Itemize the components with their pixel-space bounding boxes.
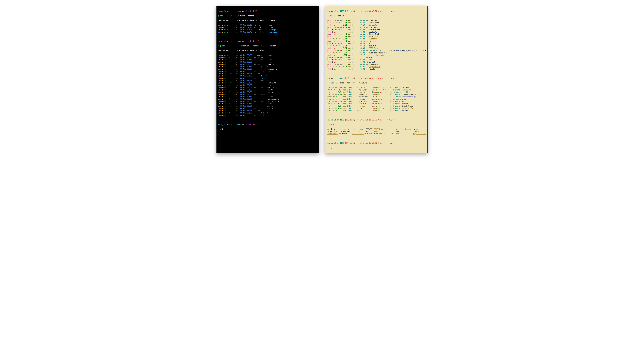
list-row: 0755 drwxr-xr-x - ces 30 Jul 06:34 -- ma…	[326, 43, 426, 45]
list-row: 0644 .rw-r--r-- 1.9k ces 30 Jul 06:34 --…	[326, 36, 426, 38]
simple-row: Cargo.lock completions flake.nix man res…	[326, 130, 426, 133]
tree-row: .rw-r--r-- 770 ces 30 Jul 08:30 -- │ ├──…	[218, 93, 318, 96]
tree-row: .rw-r--r-- 3.1k ces 30 Jul 08:30 -- │ └─…	[218, 107, 318, 110]
grid-row: .rw-r--r-- 10k ces 1 hour Cargo.lock .rw…	[326, 89, 426, 91]
blank	[218, 36, 318, 38]
grid-row: .rw-r--r-- 9.1k ces 1 hour changes.txt .…	[326, 93, 426, 96]
command-line-2[interactable]: • ❯ eza -l --git -T --hyperlink --header…	[218, 45, 318, 47]
prompt-status-4: eza on ⎇ pr-1190 [$?] is 📦 v0.10.1 via 🦀…	[326, 142, 426, 144]
tree-row: .rw-r--r-- 845 ces 30 Jul 08:30 -- ├── e…	[218, 61, 318, 63]
tree-row: .rw-r--r-- 19k ces 30 Jul 08:30 -- ├── d…	[218, 59, 318, 61]
grid-row: .rw-r--r-- 2.6k ces 2 hours Justfile .rw…	[326, 105, 426, 107]
list-row: 0644 .rw-r--r-- 126 ces 30 Jul 06:34 -- …	[326, 52, 426, 54]
list-row: 0644 .rw-r--r-- 117 ces 30 Jul 06:34 -- …	[326, 63, 426, 66]
list-row: 0644 .rw-r--r-- 2.2k ces 30 Jul 07:10 --…	[326, 24, 426, 26]
blank	[326, 137, 426, 140]
tree-row: .rw-r--r-- 731 ces 30 Jul 08:30 -- │ ├──…	[218, 105, 318, 107]
tree-row: .rw-r--r-- 8.5k ces 30 Jul 08:30 -- ├── …	[218, 56, 318, 59]
tree-row: .rw-r--r-- 5.6k ces 30 Jul 08:30 -- │ ├─…	[218, 103, 318, 105]
prompt-status-3: eza on ⎇ pr-1190 [$?] is 📦 v0.10.1 via 🦀…	[326, 119, 426, 121]
cursor	[222, 129, 223, 130]
list-row: 0755 drwxr-xr-x - ces 30 Jul 05:04 -I ta…	[326, 61, 426, 63]
tree-row: .rw-r--r-- 9.5k ces 30 Jul 08:30 -- └── …	[218, 114, 318, 117]
list-row: 0644 .rw-r--r-- 6.1k ces 30 Jul 05:05 --…	[326, 66, 426, 68]
grid-row: drwxr-xr-x - ces 2 hours completions .rw…	[326, 96, 426, 98]
terminal-dark[interactable]: src/git/test-git-repos on ⎇ main [$!?↑] …	[216, 6, 319, 153]
list-row: 0644 .rw-r--r-- 9.9k ces 30 Jul 06:34 --…	[326, 47, 426, 49]
list-row: 0644 .rw-r--r-- 3.7k ces 30 Jul 05:34 --…	[326, 19, 426, 22]
prompt-status-1: eza on ⎇ pr-1190 [$?] is 📦 v0.10.1 via 🦀…	[326, 10, 426, 12]
prompt-line-empty-r[interactable]: • ❯	[326, 147, 426, 149]
cursor	[331, 147, 332, 149]
grid-row: .rw-r--r-- 2.2k ces 1 hour Cargo.toml lr…	[326, 91, 426, 93]
list-row: 0777 lrwxrwxrwx 54 ces 29 Jul 18:36 -- r…	[326, 49, 426, 52]
tree-row: .rw-r--r-- 2.0k ces 30 Jul 08:30 -- ├── …	[218, 66, 318, 68]
terminal-light[interactable]: eza on ⎇ pr-1190 [$?] is 📦 v0.10.1 via 🦀…	[325, 6, 428, 153]
prompt-symbol: ❯	[218, 15, 220, 17]
grid-row: drwxr-xr-x - ces 2 hours man drwxr-xr-x …	[326, 110, 426, 112]
command-line-1[interactable]: ❯ eza -l --git --git-repos --header	[218, 15, 318, 17]
tree-row: .rw-r--r-- 10k ces 30 Jul 08:30 -- ├── g…	[218, 68, 318, 70]
command-line-r1[interactable]: ❯ eza -l --git -o	[326, 15, 426, 17]
blank	[326, 73, 426, 75]
tree-row: .rw-r--r-- 17k ces 30 Jul 08:30 -- ├── i…	[218, 70, 318, 73]
git-status: [$!?↑]	[252, 10, 259, 12]
list-row: 0755 drwxr-xr-x - ces 30 Jul 06:34 -- de…	[326, 31, 426, 33]
blank	[326, 114, 426, 117]
simple-row: Cargo.toml devtools Justfile old.txt rus…	[326, 133, 426, 135]
grid-row: drwxr-xr-x - ces 2 hours devtools drwxr-…	[326, 98, 426, 100]
list-row: 0644 .rw-r--r-- 455k ces 29 Jul 17:17 --…	[326, 54, 426, 56]
listing-r1: 0644 .rw-r--r-- 3.7k ces 30 Jul 05:34 --…	[326, 19, 426, 70]
list-row: 0644 .rw-r--r-- 10k ces 30 Jul 06:40 -- …	[326, 22, 426, 24]
tree-row: .rw-r--r-- 2.1k ces 30 Jul 08:30 -- │ ├─…	[218, 91, 318, 93]
tree-row: .rw-r--r-- 968 ces 30 Jul 08:30 -- ├── l…	[218, 73, 318, 75]
prompt-line-2: src/git/test-git-repos on ⎇ main [$!?↑]	[218, 40, 318, 43]
blank	[218, 119, 318, 121]
tree-row: .rw-r--r-- 17k ces 30 Jul 08:30 -- ├── t…	[218, 110, 318, 112]
prompt-line-3: src/git/test-git-repos on ⎇ main [$!?↑]	[218, 123, 318, 126]
list-row: drwxr-xr-x - ces 30 Jul 09:19 -I - pr-11…	[218, 24, 318, 26]
grid-row: .rw-r--r-- 1.9k ces 2 hours flake.nix dr…	[326, 103, 426, 105]
grid-row: .rw-r--r-- 5.3k ces 2 hours flake.lock d…	[326, 100, 426, 103]
command-line-r2[interactable]: • ❯ eza -l --grid --time-style relative	[326, 82, 426, 84]
branch-icon: ⎇	[245, 10, 247, 12]
tree-row: .rw-r--r-- 9.1k ces 30 Jul 08:30 -- ├── …	[218, 112, 318, 114]
prompt-line-empty[interactable]: • ❯	[218, 128, 318, 130]
list-row: 0644 .rw-r--r-- 1.1k ces 28 Jul 10:20 --…	[326, 40, 426, 43]
list-row: 0644 .rw-r--r-- 5.3k ces 30 Jul 06:34 --…	[326, 33, 426, 36]
tree-row: .rw-r--r-- 4.0k ces 30 Jul 08:30 -- │ ├─…	[218, 84, 318, 86]
list-row: drwxr-xr-x - ces 30 Jul 09:18 -I | v6.5-…	[218, 26, 318, 29]
list-row: 0755 drwxr-xr-x - ces 30 Jul 06:34 -- co…	[326, 29, 426, 31]
simple-row: build.rs changes.txt flake.lock LICENCE …	[326, 128, 426, 130]
command-line-r3[interactable]: • ❯ eza	[326, 123, 426, 126]
tree-row: .rw-r--r-- 4.2k ces 30 Jul 08:30 -- │ ├─…	[218, 96, 318, 98]
list-row: 0644 .rw-r--r-- 9.1k ces 30 Jul 07:14 -N…	[326, 26, 426, 29]
list-row: 0755 drwxr-xr-x - ces 30 Jul 06:34 -- xt…	[326, 68, 426, 70]
tree-row: .rw-r--r-- 9.5k ces 30 Jul 08:30 -- │ ├─…	[218, 98, 318, 100]
tree-row: .rw-r--r-- 999 ces 30 Jul 08:30 -- │ ├──…	[218, 82, 318, 84]
header-row-1: Permissions Size User Date Modified Git …	[218, 19, 318, 22]
list-row: 0755 drwxr-xr-x - ces 29 Jul 17:17 -- sn…	[326, 56, 426, 59]
grid-row: .rw-r--r-- 3.7k ces 3 hours build.rs .rw…	[326, 86, 426, 89]
grid-row: .rw-r--r-- 1.1k ces 1 day LICENCE .rw-r-…	[326, 107, 426, 110]
list-row: 0755 drwxr-xr-x - ces 30 Jul 05:34 -- sr…	[326, 59, 426, 61]
tree-row: .rw-r--r-- 3.7k ces 30 Jul 08:30 -- │ ├─…	[218, 86, 318, 89]
prompt-line-1: src/git/test-git-repos on ⎇ main [$!?↑]	[218, 10, 318, 12]
tree-row: drwxr-xr-x - ces 30 Jul 08:30 -- eza/src…	[218, 54, 318, 56]
list-row: 0644 .rw-r--r-- 9.1k ces 30 Jul 07:14 -N…	[326, 45, 426, 47]
branch-name: main	[247, 10, 252, 12]
prompt-status-2: eza on ⎇ pr-1190 [$?] is 📦 v0.10.1 via 🦀…	[326, 77, 426, 80]
header-row-2: Permissions Size User Date Modified Git …	[218, 49, 318, 52]
grid-listing: .rw-r--r-- 3.7k ces 3 hours build.rs .rw…	[326, 86, 426, 112]
tree-row: .rw-r--r-- 1.4k ces 30 Jul 08:30 -- ├── …	[218, 75, 318, 77]
tree-row: .rw-r--r-- 1.2k ces 30 Jul 08:30 -- │ ├─…	[218, 80, 318, 82]
listing-1: drwxr-xr-x - ces 30 Jul 09:19 -I - pr-11…	[218, 24, 318, 33]
tree-listing: drwxr-xr-x - ces 30 Jul 08:30 -- eza/src…	[218, 54, 318, 117]
cwd: src/git/test-git-repos	[218, 10, 241, 12]
list-row: drwxr-xr-x - ces 30 Jul 08:42 -I | v1.15…	[218, 31, 318, 33]
tree-row: .rw-r--r-- 15k ces 30 Jul 08:30 -- ├── f…	[218, 63, 318, 66]
command-bin: eza	[220, 15, 223, 17]
list-row: drwxr-xr-x - ces 30 Jul 09:20 -I - maste…	[218, 29, 318, 31]
command-args: -l --git --git-repos --header	[223, 15, 254, 17]
tree-row: drwxr-xr-x - ces 30 Jul 08:30 -- ├── ren…	[218, 77, 318, 80]
